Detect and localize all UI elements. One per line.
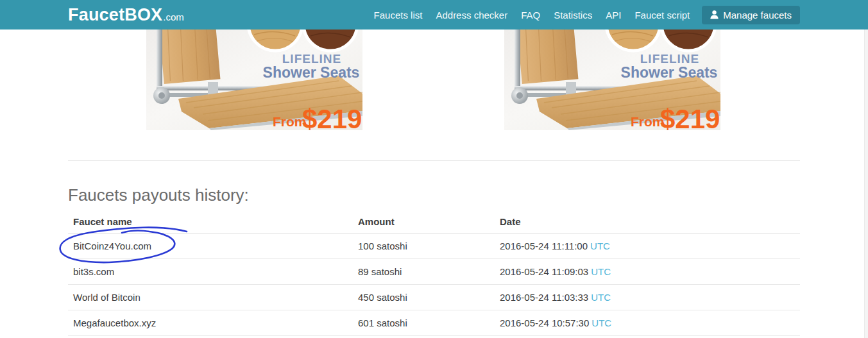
date-cell: 2016-05-24 11:09:03UTC [495, 259, 800, 285]
faucet-name-cell: BitCoinz4You.com [68, 233, 353, 259]
ad-price: $219. [302, 104, 362, 130]
manage-faucets-label: Manage faucets [723, 10, 792, 21]
column-header-faucet-name: Faucet name [68, 212, 353, 233]
user-icon [710, 10, 719, 19]
table-row: Megafaucetbox.xyz 601 satoshi 2016-05-24… [68, 310, 800, 336]
date-value: 2016-05-24 11:03:33 [500, 292, 588, 303]
brand-tld: .com [163, 12, 184, 22]
timezone-abbr: UTC [591, 292, 611, 303]
nav-link-statistics[interactable]: Statistics [554, 10, 592, 21]
date-value: 2016-05-24 10:57:30 [500, 317, 589, 328]
faucet-name-cell: World of Bitcoin [68, 285, 353, 310]
ad-price-prefix: From [631, 114, 665, 129]
date-value: 2016-05-24 11:09:03 [500, 266, 588, 277]
amount-cell: 100 satoshi [353, 233, 495, 259]
shower-seat-ad-banner-right[interactable]: LIFELINE Shower Seats From $219. [504, 30, 720, 130]
scrollbar-track[interactable] [864, 30, 868, 338]
column-header-amount: Amount [353, 212, 495, 233]
top-navbar: FaucetBOX .com Faucets list Address chec… [0, 0, 868, 30]
shower-seat-ad-banner-left[interactable]: LIFELINE Shower Seats From $219. [146, 30, 362, 130]
timezone-abbr: UTC [591, 266, 611, 277]
manage-faucets-button[interactable]: Manage faucets [702, 6, 800, 24]
brand-name: FaucetBOX [68, 5, 162, 25]
date-cell: 2016-05-24 11:11:00UTC [495, 233, 800, 259]
column-header-date: Date [495, 212, 800, 233]
nav-link-api[interactable]: API [606, 10, 621, 21]
nav-link-faucets-list[interactable]: Faucets list [374, 10, 423, 21]
table-row: World of Bitcoin 450 satoshi 2016-05-24 … [68, 285, 800, 310]
section-divider [68, 160, 800, 161]
ad-price: $219. [660, 104, 720, 130]
amount-cell: 601 satoshi [353, 310, 495, 336]
table-row: BitCoinz4You.com 100 satoshi 2016-05-24 … [68, 233, 800, 259]
seat-back-panel [516, 30, 579, 84]
payouts-history-table: Faucet name Amount Date BitCoinz4You.com… [68, 212, 800, 336]
nav-link-faucet-script[interactable]: Faucet script [634, 10, 690, 21]
table-header-row: Faucet name Amount Date [68, 212, 800, 233]
faucet-name-cell: bit3s.com [68, 259, 353, 285]
date-value: 2016-05-24 11:11:00 [500, 241, 588, 251]
ad-line2: Shower Seats [263, 64, 360, 81]
amount-cell: 89 satoshi [353, 259, 495, 285]
ad-line1: LIFELINE [640, 52, 699, 65]
seat-back-panel [158, 30, 221, 84]
table-row: bit3s.com 89 satoshi 2016-05-24 11:09:03… [68, 259, 800, 285]
ad-price-prefix: From [273, 114, 307, 129]
ad-line2: Shower Seats [621, 64, 718, 81]
nav-link-faq[interactable]: FAQ [521, 10, 540, 21]
brand-logo[interactable]: FaucetBOX .com [68, 5, 184, 25]
timezone-abbr: UTC [591, 317, 611, 328]
ad-line1: LIFELINE [282, 52, 341, 65]
nav-link-address-checker[interactable]: Address checker [436, 10, 507, 21]
faucetbox-page: FaucetBOX .com Faucets list Address chec… [0, 0, 868, 338]
main-nav: Faucets list Address checker FAQ Statist… [361, 6, 800, 24]
date-cell: 2016-05-24 11:03:33UTC [495, 285, 800, 310]
amount-cell: 450 satoshi [353, 285, 495, 310]
timezone-abbr: UTC [590, 241, 610, 251]
faucet-name-cell: Megafaucetbox.xyz [68, 310, 353, 336]
date-cell: 2016-05-24 10:57:30UTC [495, 310, 800, 336]
page-title: Faucets payouts history: [68, 185, 249, 205]
